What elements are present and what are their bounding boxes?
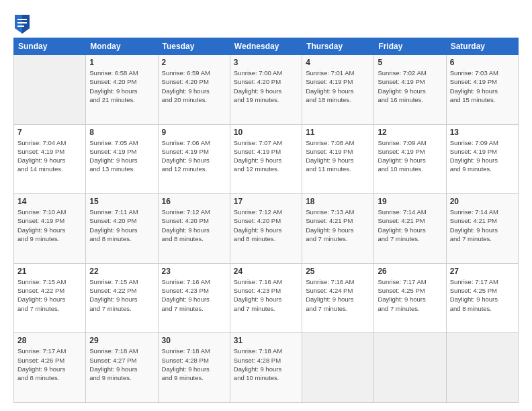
- day-number: 1: [89, 58, 154, 67]
- day-info: Sunrise: 7:07 AM Sunset: 4:19 PM Dayligh…: [234, 138, 298, 174]
- calendar-cell: 29Sunrise: 7:18 AM Sunset: 4:27 PM Dayli…: [86, 333, 158, 403]
- calendar-cell: 14Sunrise: 7:10 AM Sunset: 4:19 PM Dayli…: [14, 194, 86, 264]
- svg-marker-1: [22, 15, 30, 34]
- day-number: 10: [234, 128, 298, 137]
- day-number: 30: [162, 336, 226, 345]
- day-number: 6: [450, 58, 515, 67]
- calendar-cell: 11Sunrise: 7:08 AM Sunset: 4:19 PM Dayli…: [302, 124, 374, 194]
- day-info: Sunrise: 7:09 AM Sunset: 4:19 PM Dayligh…: [378, 138, 442, 174]
- calendar-week-row: 28Sunrise: 7:17 AM Sunset: 4:26 PM Dayli…: [14, 333, 519, 403]
- day-info: Sunrise: 7:18 AM Sunset: 4:27 PM Dayligh…: [89, 347, 154, 382]
- svg-marker-4: [17, 26, 24, 27]
- day-number: 3: [234, 58, 298, 67]
- calendar-cell: 4Sunrise: 7:01 AM Sunset: 4:19 PM Daylig…: [302, 55, 374, 125]
- day-number: 29: [89, 336, 154, 345]
- day-number: 15: [89, 197, 154, 206]
- day-info: Sunrise: 7:15 AM Sunset: 4:22 PM Dayligh…: [89, 277, 154, 313]
- day-number: 25: [306, 267, 370, 276]
- day-of-week-header: Friday: [374, 38, 446, 55]
- day-number: 31: [234, 336, 298, 345]
- calendar-cell: 8Sunrise: 7:05 AM Sunset: 4:19 PM Daylig…: [86, 124, 158, 194]
- day-number: 26: [378, 267, 442, 276]
- calendar-cell: 22Sunrise: 7:15 AM Sunset: 4:22 PM Dayli…: [86, 263, 158, 333]
- day-number: 20: [450, 197, 515, 206]
- day-info: Sunrise: 7:05 AM Sunset: 4:19 PM Dayligh…: [89, 138, 154, 174]
- page: SundayMondayTuesdayWednesdayThursdayFrid…: [0, 0, 532, 411]
- calendar-cell: 3Sunrise: 7:00 AM Sunset: 4:20 PM Daylig…: [230, 55, 302, 125]
- calendar-cell: 25Sunrise: 7:16 AM Sunset: 4:24 PM Dayli…: [302, 263, 374, 333]
- day-info: Sunrise: 6:59 AM Sunset: 4:20 PM Dayligh…: [162, 68, 226, 104]
- calendar-cell: 10Sunrise: 7:07 AM Sunset: 4:19 PM Dayli…: [230, 124, 302, 194]
- day-number: 4: [306, 58, 370, 67]
- day-number: 28: [17, 336, 82, 345]
- day-number: 9: [162, 128, 226, 137]
- day-of-week-header: Sunday: [14, 38, 86, 55]
- day-info: Sunrise: 7:17 AM Sunset: 4:26 PM Dayligh…: [17, 347, 82, 382]
- calendar-cell: [374, 333, 446, 403]
- day-info: Sunrise: 7:12 AM Sunset: 4:20 PM Dayligh…: [234, 208, 298, 243]
- day-info: Sunrise: 7:13 AM Sunset: 4:21 PM Dayligh…: [306, 208, 370, 243]
- calendar-cell: 26Sunrise: 7:17 AM Sunset: 4:25 PM Dayli…: [374, 263, 446, 333]
- day-number: 13: [450, 128, 515, 137]
- day-of-week-header: Monday: [86, 38, 158, 55]
- day-of-week-header: Thursday: [302, 38, 374, 55]
- day-info: Sunrise: 7:18 AM Sunset: 4:28 PM Dayligh…: [234, 347, 298, 382]
- logo: [13, 15, 31, 34]
- day-info: Sunrise: 7:14 AM Sunset: 4:21 PM Dayligh…: [378, 208, 442, 243]
- calendar-cell: 23Sunrise: 7:16 AM Sunset: 4:23 PM Dayli…: [158, 263, 230, 333]
- day-number: 19: [378, 197, 442, 206]
- day-number: 17: [234, 197, 298, 206]
- calendar-cell: 6Sunrise: 7:03 AM Sunset: 4:19 PM Daylig…: [446, 55, 518, 125]
- calendar-cell: 5Sunrise: 7:02 AM Sunset: 4:19 PM Daylig…: [374, 55, 446, 125]
- calendar-cell: 27Sunrise: 7:17 AM Sunset: 4:25 PM Dayli…: [446, 263, 518, 333]
- day-number: 24: [234, 267, 298, 276]
- day-info: Sunrise: 7:11 AM Sunset: 4:20 PM Dayligh…: [89, 208, 154, 243]
- day-number: 21: [17, 267, 82, 276]
- calendar-cell: 31Sunrise: 7:18 AM Sunset: 4:28 PM Dayli…: [230, 333, 302, 403]
- calendar-cell: [302, 333, 374, 403]
- calendar-body: 1Sunrise: 6:58 AM Sunset: 4:20 PM Daylig…: [14, 55, 519, 403]
- calendar-cell: 9Sunrise: 7:06 AM Sunset: 4:19 PM Daylig…: [158, 124, 230, 194]
- day-number: 27: [450, 267, 515, 276]
- day-info: Sunrise: 7:09 AM Sunset: 4:19 PM Dayligh…: [450, 138, 515, 174]
- day-info: Sunrise: 7:17 AM Sunset: 4:25 PM Dayligh…: [450, 277, 515, 313]
- day-info: Sunrise: 7:01 AM Sunset: 4:19 PM Dayligh…: [306, 68, 370, 104]
- calendar-week-row: 21Sunrise: 7:15 AM Sunset: 4:22 PM Dayli…: [14, 263, 519, 333]
- svg-marker-3: [17, 22, 27, 24]
- calendar-cell: 18Sunrise: 7:13 AM Sunset: 4:21 PM Dayli…: [302, 194, 374, 264]
- day-number: 14: [17, 197, 82, 206]
- calendar-cell: 17Sunrise: 7:12 AM Sunset: 4:20 PM Dayli…: [230, 194, 302, 264]
- calendar-cell: 28Sunrise: 7:17 AM Sunset: 4:26 PM Dayli…: [14, 333, 86, 403]
- day-info: Sunrise: 7:03 AM Sunset: 4:19 PM Dayligh…: [450, 68, 515, 104]
- day-info: Sunrise: 7:10 AM Sunset: 4:19 PM Dayligh…: [17, 208, 82, 243]
- day-info: Sunrise: 7:16 AM Sunset: 4:24 PM Dayligh…: [306, 277, 370, 313]
- calendar-cell: [446, 333, 518, 403]
- calendar-cell: 15Sunrise: 7:11 AM Sunset: 4:20 PM Dayli…: [86, 194, 158, 264]
- day-number: 23: [162, 267, 226, 276]
- calendar-cell: 12Sunrise: 7:09 AM Sunset: 4:19 PM Dayli…: [374, 124, 446, 194]
- calendar-cell: 13Sunrise: 7:09 AM Sunset: 4:19 PM Dayli…: [446, 124, 518, 194]
- day-info: Sunrise: 7:06 AM Sunset: 4:19 PM Dayligh…: [162, 138, 226, 174]
- logo-icon: [15, 15, 30, 34]
- calendar-cell: 1Sunrise: 6:58 AM Sunset: 4:20 PM Daylig…: [86, 55, 158, 125]
- calendar-cell: 7Sunrise: 7:04 AM Sunset: 4:19 PM Daylig…: [14, 124, 86, 194]
- day-of-week-header: Saturday: [446, 38, 518, 55]
- day-info: Sunrise: 7:00 AM Sunset: 4:20 PM Dayligh…: [234, 68, 298, 104]
- day-number: 16: [162, 197, 226, 206]
- day-of-week-header: Wednesday: [230, 38, 302, 55]
- calendar-week-row: 7Sunrise: 7:04 AM Sunset: 4:19 PM Daylig…: [14, 124, 519, 194]
- calendar-week-row: 14Sunrise: 7:10 AM Sunset: 4:19 PM Dayli…: [14, 194, 519, 264]
- header: [13, 12, 519, 34]
- calendar-cell: 19Sunrise: 7:14 AM Sunset: 4:21 PM Dayli…: [374, 194, 446, 264]
- calendar-cell: 21Sunrise: 7:15 AM Sunset: 4:22 PM Dayli…: [14, 263, 86, 333]
- day-number: 2: [162, 58, 226, 67]
- day-number: 12: [378, 128, 442, 137]
- svg-marker-2: [17, 19, 27, 20]
- day-info: Sunrise: 7:15 AM Sunset: 4:22 PM Dayligh…: [17, 277, 82, 313]
- calendar-cell: 30Sunrise: 7:18 AM Sunset: 4:28 PM Dayli…: [158, 333, 230, 403]
- day-number: 22: [89, 267, 154, 276]
- day-number: 8: [89, 128, 154, 137]
- day-info: Sunrise: 7:02 AM Sunset: 4:19 PM Dayligh…: [378, 68, 442, 104]
- day-info: Sunrise: 7:18 AM Sunset: 4:28 PM Dayligh…: [162, 347, 226, 382]
- day-info: Sunrise: 7:14 AM Sunset: 4:21 PM Dayligh…: [450, 208, 515, 243]
